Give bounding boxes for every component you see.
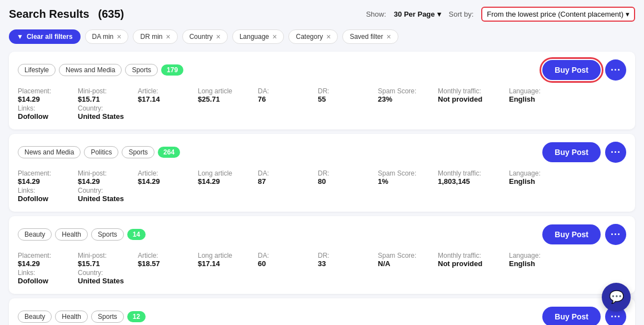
clear-filters-button[interactable]: ▼ Clear all filters (9, 29, 81, 44)
tag-health: Health (55, 311, 88, 323)
card-top: Beauty Health Sports 12 Buy Post ··· (18, 306, 626, 325)
result-card: Lifestyle News and Media Sports 179 Buy … (9, 52, 635, 129)
stat-spam-score: Spam Score: 23% (378, 87, 428, 103)
buy-post-button[interactable]: Buy Post (542, 224, 601, 244)
card-stats: Placement: $14.29 Mini-post: $15.71 Arti… (18, 87, 626, 122)
stat-article: Article: $18.57 (138, 252, 188, 268)
stat-placement: Placement: $14.29 (18, 169, 68, 186)
stat-country: Country: United States (78, 269, 128, 285)
remove-icon[interactable]: × (166, 33, 171, 41)
card-stats: Placement: $14.29 Mini-post: $15.71 Arti… (18, 252, 626, 286)
card-top: Beauty Health Sports 14 Buy Post ··· (18, 224, 626, 245)
stat-country: Country: United States (78, 187, 128, 203)
filter-chip-language[interactable]: Language × (232, 29, 284, 44)
stat-links: Links: Dofollow (18, 104, 68, 121)
buy-post-button[interactable]: Buy Post (542, 307, 601, 325)
card-top: News and Media Politics Sports 264 Buy P… (18, 142, 626, 163)
stat-language: Language: English (509, 87, 559, 103)
remove-icon[interactable]: × (326, 33, 331, 41)
stat-placement: Placement: $14.29 (18, 252, 68, 268)
stat-spam-score: Spam Score: N/A (378, 252, 428, 268)
tag-sports: Sports (125, 64, 158, 76)
card-top: Lifestyle News and Media Sports 179 Buy … (18, 59, 626, 81)
card-actions: Buy Post ··· (542, 142, 626, 163)
tag-count: 179 (161, 64, 183, 76)
stat-dr: DR: 80 (318, 169, 368, 186)
tag-sports: Sports (91, 311, 124, 323)
stat-long-article: Long article $17.14 (198, 252, 248, 268)
stat-dr: DR: 33 (318, 252, 368, 268)
stat-language: Language: English (509, 252, 559, 268)
tag-sports: Sports (91, 228, 124, 241)
card-tags: News and Media Politics Sports 264 (18, 146, 180, 158)
tag-sports: Sports (122, 146, 154, 158)
remove-icon[interactable]: × (117, 33, 121, 41)
tag-beauty: Beauty (18, 228, 52, 241)
stat-article: Article: $14.29 (138, 169, 188, 186)
card-actions: Buy Post ··· (542, 224, 626, 245)
stat-links: Links: Dofollow (18, 187, 68, 203)
filter-chip-da-min[interactable]: DA min × (85, 29, 129, 44)
stat-monthly-traffic: Monthly traffic: 1,803,145 (438, 169, 499, 186)
remove-icon[interactable]: × (216, 33, 221, 41)
stat-spam-score: Spam Score: 1% (378, 169, 428, 186)
stat-da: DA: 87 (258, 169, 308, 186)
tag-health: Health (55, 228, 88, 241)
buy-post-button[interactable]: Buy Post (542, 60, 601, 80)
result-card: Beauty Health Sports 14 Buy Post ··· Pla… (9, 216, 635, 294)
card-actions: Buy Post ··· (542, 59, 626, 81)
page-wrapper: Search Results (635) Show: 30 Per Page ▾… (0, 0, 644, 325)
stat-language: Language: English (509, 169, 559, 186)
more-options-button[interactable]: ··· (605, 59, 626, 81)
tag-count: 12 (127, 311, 146, 322)
result-count: (635) (98, 8, 124, 21)
tag-news-media: News and Media (18, 146, 81, 158)
filter-icon: ▼ (17, 33, 23, 41)
top-bar-left: Search Results (635) (9, 8, 128, 21)
per-page-select[interactable]: 30 Per Page ▾ (394, 10, 441, 18)
stat-placement: Placement: $14.29 (18, 87, 68, 103)
top-bar-right: Show: 30 Per Page ▾ Sort by: From the lo… (366, 7, 635, 22)
stat-mini-post: Mini-post: $15.71 (78, 87, 128, 103)
tag-count: 264 (158, 147, 180, 158)
stat-da: DA: 76 (258, 87, 308, 103)
chat-icon: 💬 (609, 290, 624, 304)
stat-links: Links: Dofollow (18, 269, 68, 285)
filter-bar: ▼ Clear all filters DA min × DR min × Co… (9, 29, 635, 44)
result-card: Beauty Health Sports 12 Buy Post ··· (9, 298, 635, 325)
tag-lifestyle: Lifestyle (18, 64, 56, 76)
filter-chip-category[interactable]: Category × (288, 29, 338, 44)
remove-icon[interactable]: × (386, 33, 391, 41)
chevron-down-icon: ▾ (437, 10, 441, 18)
stat-article: Article: $17.14 (138, 87, 188, 103)
stat-mini-post: Mini-post: $15.71 (78, 252, 128, 268)
filter-chip-country[interactable]: Country × (182, 29, 228, 44)
filter-chip-saved-filter[interactable]: Saved filter × (342, 29, 398, 44)
card-tags: Beauty Health Sports 12 (18, 311, 146, 323)
tag-news-media: News and Media (59, 64, 122, 76)
tag-politics: Politics (84, 146, 118, 158)
sort-label: Sort by: (449, 10, 474, 18)
show-label: Show: (366, 10, 386, 18)
page-title: Search Results (9, 8, 89, 21)
stat-da: DA: 60 (258, 252, 308, 268)
filter-chip-dr-min[interactable]: DR min × (133, 29, 177, 44)
result-card: News and Media Politics Sports 264 Buy P… (9, 134, 635, 212)
more-options-button[interactable]: ··· (605, 142, 626, 163)
results-list: Lifestyle News and Media Sports 179 Buy … (9, 52, 635, 325)
stat-monthly-traffic: Monthly traffic: Not provided (438, 87, 499, 103)
chat-bubble[interactable]: 💬 (602, 283, 631, 312)
stat-country: Country: United States (78, 104, 128, 121)
more-options-button[interactable]: ··· (605, 224, 626, 245)
buy-post-button[interactable]: Buy Post (542, 142, 601, 162)
stat-mini-post: Mini-post: $14.29 (78, 169, 128, 186)
chevron-down-icon: ▾ (626, 10, 630, 18)
card-tags: Beauty Health Sports 14 (18, 228, 146, 241)
sort-select[interactable]: From the lowest price (Content placement… (481, 7, 635, 22)
card-stats: Placement: $14.29 Mini-post: $14.29 Arti… (18, 169, 626, 204)
top-bar: Search Results (635) Show: 30 Per Page ▾… (9, 7, 635, 22)
remove-icon[interactable]: × (272, 33, 277, 41)
tag-beauty: Beauty (18, 311, 52, 323)
stat-dr: DR: 55 (318, 87, 368, 103)
stat-long-article: Long article $25.71 (198, 87, 248, 103)
